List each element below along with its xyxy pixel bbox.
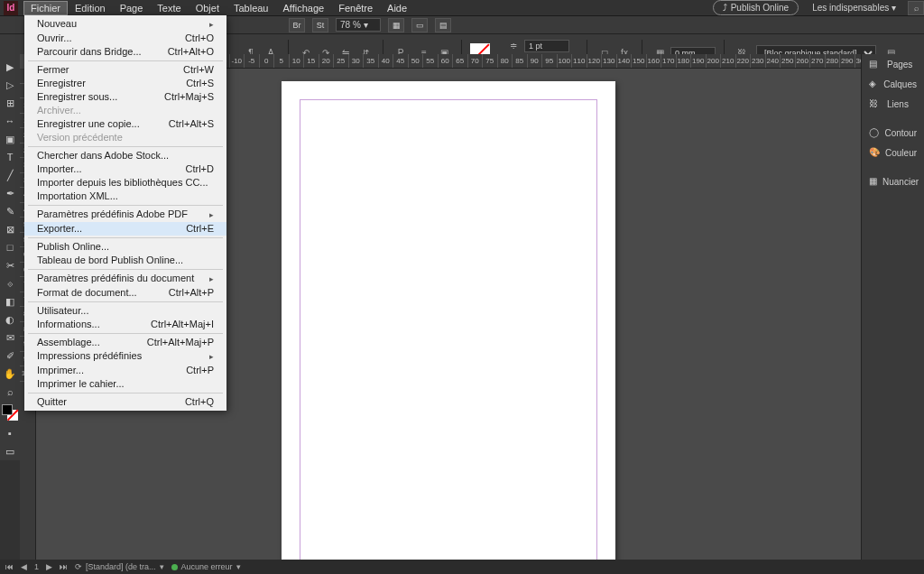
- gap-tool[interactable]: ↔: [0, 112, 20, 130]
- eyedropper-tool[interactable]: ✐: [0, 347, 20, 365]
- menu-item-parcourir-dans-bridge[interactable]: Parcourir dans Bridge...Ctrl+Alt+O: [24, 45, 226, 59]
- menu-item-imprimer-le-cahier[interactable]: Imprimer le cahier...: [24, 377, 226, 391]
- menu-objet[interactable]: Objet: [189, 1, 226, 15]
- page-nav-prev-icon[interactable]: ◀: [21, 562, 27, 571]
- status-dot-icon: [171, 564, 178, 570]
- menu-separator: [28, 205, 223, 206]
- menu-item-enregistrer-sous[interactable]: Enregistrer sous...Ctrl+Maj+S: [24, 90, 226, 104]
- screen-mode-icon[interactable]: ▭: [411, 18, 428, 32]
- menu-item-format-de-document[interactable]: Format de document...Ctrl+Alt+P: [24, 286, 226, 300]
- menu-bar: Id FichierEditionPageTexteObjetTableauAf…: [0, 0, 924, 16]
- menu-item-enregistrer-une-copie[interactable]: Enregistrer une copie...Ctrl+Alt+S: [24, 117, 226, 131]
- menu-item-quitter[interactable]: QuitterCtrl+Q: [24, 395, 226, 409]
- pen-tool[interactable]: ✒: [0, 184, 20, 202]
- menu-item-utilisateur[interactable]: Utilisateur...: [24, 304, 226, 318]
- app-icon: Id: [4, 1, 18, 15]
- hand-tool[interactable]: ✋: [0, 365, 20, 383]
- stock-icon[interactable]: St: [312, 18, 328, 32]
- search-icon[interactable]: ⌕: [908, 1, 924, 15]
- content-collector-tool[interactable]: ▣: [0, 130, 20, 148]
- menu-item-nouveau[interactable]: Nouveau: [24, 17, 226, 32]
- menu-separator: [28, 269, 223, 270]
- panel-calques[interactable]: ◈Calques: [862, 74, 924, 94]
- menu-tableau[interactable]: Tableau: [226, 1, 276, 15]
- panel-pages[interactable]: ▤Pages: [862, 54, 924, 74]
- contour-icon: ◯: [869, 127, 879, 138]
- preflight-status[interactable]: Aucune erreur ▾: [171, 562, 241, 571]
- layout-name[interactable]: ⟳ [Standard] (de tra... ▾: [75, 562, 164, 571]
- line-tool[interactable]: ╱: [0, 166, 20, 184]
- menu-item-tableau-de-bord-publish-online[interactable]: Tableau de bord Publish Online...: [24, 254, 226, 267]
- menu-item-archiver: Archiver...: [24, 104, 226, 117]
- nuancier-icon: ▦: [869, 176, 877, 187]
- menu-affichage[interactable]: Affichage: [276, 1, 332, 15]
- scissors-tool[interactable]: ✂: [0, 256, 20, 274]
- apply-color-icon[interactable]: ▪: [0, 424, 20, 442]
- menu-item-informations[interactable]: Informations...Ctrl+Alt+Maj+I: [24, 318, 226, 331]
- menu-fichier[interactable]: Fichier: [23, 1, 68, 15]
- stroke-weight-icon: ≑: [504, 38, 522, 54]
- view-mode-icon[interactable]: ▦: [388, 18, 404, 32]
- menu-edition[interactable]: Edition: [68, 1, 113, 15]
- note-tool[interactable]: ✉: [0, 329, 20, 347]
- page-nav-next-icon[interactable]: ▶: [46, 562, 52, 571]
- menu-item-importer[interactable]: Importer...Ctrl+D: [24, 162, 226, 176]
- menu-item-enregistrer[interactable]: EnregistrerCtrl+S: [24, 77, 226, 90]
- menu-item-assemblage[interactable]: Assemblage...Ctrl+Alt+Maj+P: [24, 336, 226, 349]
- menu-item-chercher-dans-adobe-stock[interactable]: Chercher dans Adobe Stock...: [24, 149, 226, 162]
- menu-item-importation-xml[interactable]: Importation XML...: [24, 190, 226, 203]
- liens-icon: ⛓: [869, 98, 882, 109]
- arrange-icon[interactable]: ▤: [435, 18, 451, 32]
- fill-stroke-swatch[interactable]: [2, 404, 18, 421]
- gradient-feather-tool[interactable]: ◐: [0, 310, 20, 329]
- menu-item-ouvrir[interactable]: Ouvrir...Ctrl+O: [24, 32, 226, 45]
- panel-liens[interactable]: ⛓Liens: [862, 94, 924, 114]
- zoom-tool[interactable]: ⌕: [0, 383, 20, 401]
- page-nav-first-icon[interactable]: ⏮: [5, 562, 14, 571]
- zoom-level[interactable]: 78 % ▾: [336, 18, 381, 32]
- page-tool[interactable]: ⊞: [0, 94, 20, 112]
- pencil-tool[interactable]: ✎: [0, 202, 20, 220]
- menu-separator: [28, 333, 223, 334]
- margin-guide: [300, 99, 597, 560]
- direct-selection-tool[interactable]: ▷: [0, 76, 20, 94]
- menu-item-version-pr-c-dente: Version précédente: [24, 131, 226, 144]
- panel-label: Nuancier: [882, 177, 919, 187]
- menu-item-importer-depuis-les-biblioth-ques-cc[interactable]: Importer depuis les bibliothèques CC...: [24, 176, 226, 190]
- menu-item-publish-online[interactable]: Publish Online...: [24, 240, 226, 254]
- bridge-icon[interactable]: Br: [289, 18, 305, 32]
- free-transform-tool[interactable]: ⟐: [0, 274, 20, 292]
- stroke-weight-input[interactable]: [524, 40, 569, 52]
- rectangle-frame-tool[interactable]: ⊠: [0, 220, 20, 238]
- page-nav-last-icon[interactable]: ⏭: [60, 562, 68, 571]
- panel-label: Liens: [887, 99, 909, 109]
- menu-item-imprimer[interactable]: Imprimer...Ctrl+P: [24, 364, 226, 377]
- file-menu-dropdown: NouveauOuvrir...Ctrl+OParcourir dans Bri…: [24, 15, 226, 411]
- panel-contour[interactable]: ◯Contour: [862, 123, 924, 143]
- menu-item-param-tres-pr-d-finis-du-document[interactable]: Paramètres prédéfinis du document: [24, 272, 226, 286]
- status-bar: ⏮ ◀ 1 ▶ ⏭ ⟳ [Standard] (de tra... ▾ Aucu…: [0, 560, 924, 574]
- couleur-icon: 🎨: [869, 147, 880, 158]
- upload-icon: ⤴: [723, 3, 727, 13]
- panel-label: Couleur: [885, 148, 917, 158]
- menu-item-param-tres-pr-d-finis-adobe-pdf[interactable]: Paramètres prédéfinis Adobe PDF: [24, 208, 226, 222]
- panel-couleur[interactable]: 🎨Couleur: [862, 143, 924, 162]
- workspace-dropdown[interactable]: Les indispensables ▾: [806, 0, 902, 15]
- menu-item-fermer[interactable]: FermerCtrl+W: [24, 63, 226, 77]
- selection-tool[interactable]: ▶: [0, 58, 20, 76]
- panel-nuancier[interactable]: ▦Nuancier: [862, 171, 924, 191]
- menu-aide[interactable]: Aide: [380, 1, 414, 15]
- document-page[interactable]: [282, 81, 615, 560]
- gradient-swatch-tool[interactable]: ◧: [0, 292, 20, 310]
- screen-mode-tool[interactable]: ▭: [0, 442, 20, 460]
- type-tool[interactable]: T: [0, 148, 20, 166]
- panel-label: Calques: [883, 79, 917, 89]
- menu-fenêtre[interactable]: Fenêtre: [331, 1, 380, 15]
- menu-item-exporter[interactable]: Exporter...Ctrl+E: [24, 222, 226, 236]
- menu-page[interactable]: Page: [113, 1, 151, 15]
- publish-online-button[interactable]: ⤴ Publish Online: [713, 0, 799, 15]
- rectangle-tool[interactable]: □: [0, 238, 20, 256]
- menu-texte[interactable]: Texte: [150, 1, 188, 15]
- menu-item-impressions-pr-d-finies[interactable]: Impressions prédéfinies: [24, 349, 226, 364]
- page-number[interactable]: 1: [34, 562, 39, 571]
